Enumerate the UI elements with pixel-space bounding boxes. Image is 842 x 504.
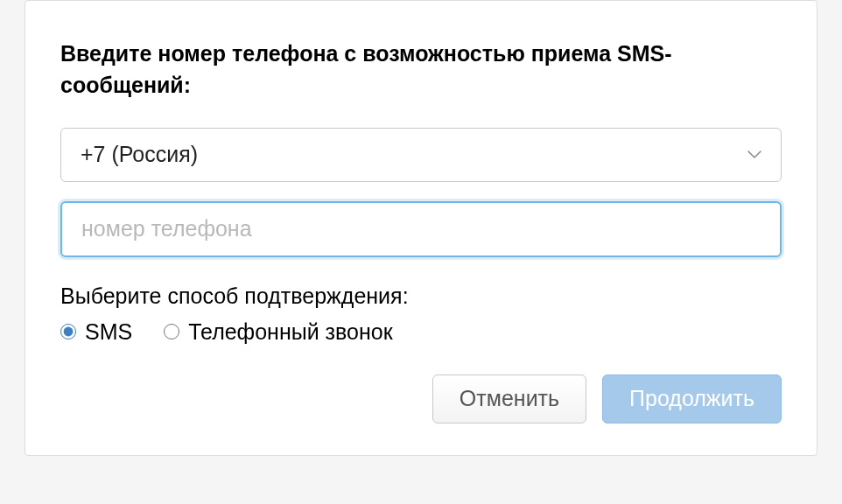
button-row: Отменить Продолжить — [60, 374, 782, 424]
verification-method-group: SMS Телефонный звонок — [60, 319, 782, 345]
chevron-down-icon — [747, 147, 761, 163]
instruction-text: Введите номер телефона с возможностью пр… — [60, 38, 782, 102]
verification-method-label: Выберите способ подтверждения: — [60, 284, 782, 309]
continue-button[interactable]: Продолжить — [602, 374, 782, 424]
phone-number-input[interactable] — [60, 201, 782, 257]
radio-option-sms[interactable]: SMS — [60, 319, 132, 345]
phone-entry-dialog: Введите номер телефона с возможностью пр… — [25, 0, 817, 456]
radio-call[interactable] — [164, 324, 179, 340]
radio-call-label: Телефонный звонок — [188, 319, 392, 345]
country-code-selected: +7 (Россия) — [81, 142, 198, 167]
radio-sms[interactable] — [60, 324, 76, 340]
cancel-button[interactable]: Отменить — [432, 374, 586, 424]
radio-option-call[interactable]: Телефонный звонок — [164, 319, 392, 345]
radio-sms-label: SMS — [85, 319, 132, 345]
country-code-select[interactable]: +7 (Россия) — [60, 128, 782, 182]
